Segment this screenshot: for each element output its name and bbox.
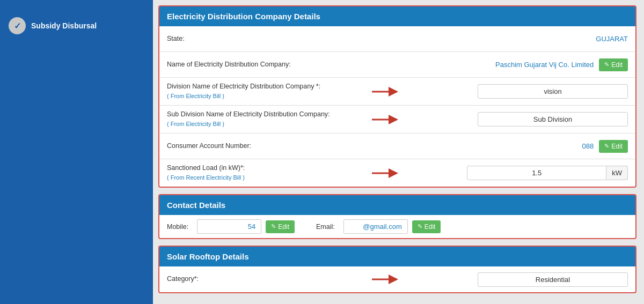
sidebar-item-subsidy-disbursal[interactable]: ✓ Subsidy Disbursal [0,11,153,41]
consumer-account-edit-button[interactable]: ✎ Edit [599,140,628,153]
state-text: GUJARAT [596,35,628,43]
contact-section: Contact Details Mobile: 54 ✎ Edit Email:… [158,194,636,239]
division-sub-label: ( From Electricity Bill ) [167,93,224,99]
sub-division-sub-label: ( From Electricity Bill ) [167,121,224,127]
contact-section-header: Contact Details [159,195,635,215]
consumer-account-text: 088 [582,142,594,150]
electricity-section-header: Electricity Distribution Company Details [159,6,635,26]
mobile-label: Mobile: [167,223,188,231]
sidebar-item-label: Subsidy Disbursal [31,21,97,30]
electricity-section: Electricity Distribution Company Details… [158,5,636,188]
sub-division-arrow-icon [371,115,400,124]
email-edit-label: Edit [425,223,436,231]
state-label: State: [167,34,371,44]
solar-section-header: Solar Rooftop Details [159,247,635,266]
consumer-account-edit-label: Edit [611,143,623,150]
solar-section: Solar Rooftop Details Category*: [158,246,636,293]
contact-row: Mobile: 54 ✎ Edit Email: @gmail.com ✎ Ed… [159,215,635,238]
main-content: Electricity Distribution Company Details… [153,0,644,304]
company-text: Paschim Gujarat Vij Co. Limited [495,61,594,69]
email-edit-button[interactable]: ✎ Edit [412,220,441,233]
company-edit-button[interactable]: ✎ Edit [599,58,628,71]
category-arrow-icon [371,275,400,284]
division-arrow-icon [371,87,400,97]
sanctioned-load-input-group: kW [467,166,628,180]
electricity-section-title: Electricity Distribution Company Details [167,12,320,21]
consumer-account-row: Consumer Account Number: 088 ✎ Edit [159,134,635,159]
email-value: @gmail.com [343,219,408,234]
consumer-account-value: 088 ✎ Edit [371,140,628,153]
edit-icon-4: ✎ [418,223,422,230]
consumer-account-label: Consumer Account Number: [167,142,371,151]
state-value: GUJARAT [371,35,628,43]
email-field: Email: @gmail.com ✎ Edit [316,219,441,234]
mobile-value: 54 [197,219,261,234]
sub-division-row: Sub Division Name of Electricity Distrib… [159,106,635,134]
sub-division-input[interactable] [478,112,628,127]
mobile-field: Mobile: 54 ✎ Edit [167,219,295,234]
edit-icon-2: ✎ [604,143,609,150]
mobile-edit-label: Edit [278,223,289,231]
company-label: Name of Electricity Distribution Company… [167,60,371,70]
contact-section-title: Contact Details [167,201,225,210]
electricity-section-body: State: GUJARAT Name of Electricity Distr… [159,26,635,187]
category-label: Category*: [167,275,371,284]
sub-division-label: Sub Division Name of Electricity Distrib… [167,110,371,129]
division-row: Division Name of Electricity Distributio… [159,78,635,106]
company-row: Name of Electricity Distribution Company… [159,52,635,78]
category-value [400,272,628,287]
company-edit-label: Edit [611,61,623,69]
division-value [400,84,628,99]
state-row: State: GUJARAT [159,26,635,52]
sanctioned-load-input[interactable] [467,166,606,180]
edit-icon: ✎ [604,61,609,68]
category-row: Category*: [159,266,635,292]
sidebar: ✓ Subsidy Disbursal [0,0,153,304]
company-value: Paschim Gujarat Vij Co. Limited ✎ Edit [371,58,628,71]
sanctioned-load-sub-label: ( From Recent Electricity Bill ) [167,174,245,181]
email-label: Email: [316,223,335,231]
division-label: Division Name of Electricity Distributio… [167,82,371,101]
edit-icon-3: ✎ [271,223,276,230]
sanctioned-load-label: Sanctioned Load (in kW)*: ( From Recent … [167,164,371,182]
sanctioned-load-row: Sanctioned Load (in kW)*: ( From Recent … [159,159,635,187]
mobile-edit-button[interactable]: ✎ Edit [266,220,295,233]
sanctioned-load-arrow-icon [371,168,400,178]
check-icon: ✓ [9,17,26,34]
sanctioned-load-value: kW [400,166,628,180]
division-input[interactable] [478,84,628,99]
calculator-button-row: Click for Solar Rooftop Calculator [158,300,636,304]
sub-division-value [400,112,628,127]
category-input[interactable] [478,272,628,287]
solar-section-title: Solar Rooftop Details [167,252,249,261]
sanctioned-load-unit: kW [606,166,628,180]
